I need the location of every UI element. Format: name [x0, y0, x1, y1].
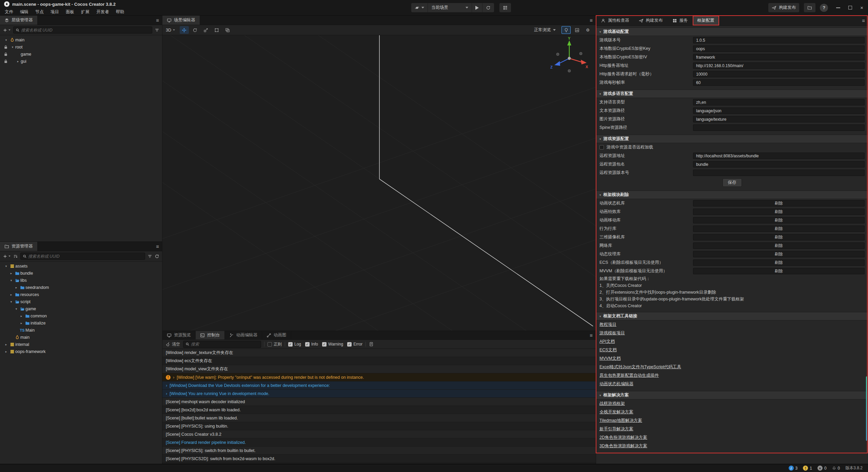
chevron-right-icon[interactable]: ▸ — [3, 350, 9, 353]
tab-console-动画图[interactable]: 动画图 — [262, 331, 291, 339]
move-tool-button[interactable] — [180, 26, 189, 34]
log-row-10[interactable]: [Scene] Cocos Creator v3.8.2 — [162, 430, 596, 438]
chevron-right-icon[interactable]: ▸ — [3, 343, 9, 346]
asset-node-libs[interactable]: ▾libs — [0, 277, 162, 284]
scene-menu-icon[interactable]: ≡ — [590, 16, 593, 25]
remove-module-button[interactable]: 剔除 — [693, 217, 865, 223]
orientation-gizmo[interactable]: Y X Z — [549, 37, 590, 77]
asset-node-oops-framework[interactable]: ▸oops-framework — [0, 348, 162, 355]
chevron-down-icon[interactable]: ▾ — [8, 300, 14, 303]
console-search-input[interactable] — [191, 342, 259, 347]
tab-config-框架配置[interactable]: 框架配置 — [693, 16, 719, 25]
assets-search-input[interactable] — [28, 254, 143, 259]
console-filter-log[interactable]: ✓Log — [288, 342, 301, 347]
asset-node-assets[interactable]: ▾assets — [0, 262, 162, 270]
tab-console-控制台[interactable]: 控制台 — [196, 331, 225, 339]
chevron-right-icon[interactable]: ▸ — [15, 60, 21, 63]
asset-node-resources[interactable]: ▸resources — [0, 291, 162, 298]
menu-item-4[interactable]: 面板 — [62, 8, 78, 16]
console-menu-icon[interactable]: ≡ — [590, 331, 593, 339]
doc-link-2D角色扮演游戏解决方案[interactable]: 2D角色扮演游戏解决方案 — [599, 435, 647, 440]
menu-item-0[interactable]: 文件 — [1, 8, 17, 16]
scale-tool-button[interactable] — [201, 26, 211, 34]
log-row-5[interactable]: ›[Window] You are running Vue in develop… — [162, 390, 596, 398]
field-input-0-4[interactable] — [693, 71, 865, 77]
log-row-6[interactable]: [Scene] meshopt wasm decoder initialized — [162, 398, 596, 406]
section-header-框架文档工具链接[interactable]: ▾框架文档工具链接 — [596, 312, 868, 320]
doc-link-全栈开发解决方案[interactable]: 全栈开发解决方案 — [599, 409, 633, 415]
field-input-0-1[interactable] — [693, 45, 865, 52]
doc-link-原生包热更新配置自动生成插件[interactable]: 原生包热更新配置自动生成插件 — [599, 373, 659, 378]
doc-link-API文档[interactable]: API文档 — [599, 339, 615, 345]
remove-module-button[interactable]: 剔除 — [693, 200, 865, 206]
doc-link-动画状态机编辑器[interactable]: 动画状态机编辑器 — [599, 381, 633, 387]
log-row-13[interactable]: [Scene] [PHYSICS2D]: switch from box2d-w… — [162, 455, 596, 463]
preview-qr-button[interactable] — [499, 3, 511, 13]
status-error-counter[interactable]: ×0 — [817, 466, 827, 471]
doc-link-3D角色扮演游戏解决方案[interactable]: 3D角色扮演游戏解决方案 — [599, 443, 647, 449]
asset-node-internal[interactable]: ▸internal — [0, 341, 162, 348]
expand-chevron-icon[interactable]: › — [166, 391, 167, 396]
asset-node-script[interactable]: ▾script — [0, 298, 162, 305]
status-notification-counter[interactable]: 0 — [832, 466, 840, 471]
tab-console-动画编辑器[interactable]: 动画编辑器 — [225, 331, 262, 339]
close-button[interactable]: × — [860, 5, 863, 11]
preview-device-select[interactable] — [411, 3, 428, 12]
tab-config-属性检查器[interactable]: 属性检查器 — [596, 16, 634, 25]
remove-module-button[interactable]: 剔除 — [693, 225, 865, 232]
hierarchy-node-game[interactable]: game — [0, 51, 162, 58]
log-row-3[interactable]: !›[Window] [Vue warn]: Property "onInput… — [162, 373, 596, 381]
doc-link-游戏模板项目[interactable]: 游戏模板项目 — [599, 330, 625, 336]
menu-item-5[interactable]: 扩展 — [78, 8, 93, 16]
remove-module-button[interactable]: 剔除 — [693, 242, 865, 249]
tab-scene-editor[interactable]: 场景编辑器 — [162, 16, 200, 25]
log-row-9[interactable]: [Scene] [PHYSICS]: using builtin. — [162, 422, 596, 430]
field-input-2-1[interactable] — [693, 161, 865, 168]
status-warning-counter[interactable]: !1 — [803, 466, 812, 471]
field-input-2-0[interactable] — [693, 153, 865, 159]
chevron-down-icon[interactable]: ▾ — [10, 45, 15, 49]
section-header-框架模块剔除[interactable]: ▾框架模块剔除 — [596, 191, 868, 199]
chevron-down-icon[interactable]: ▾ — [3, 38, 9, 42]
checkbox-error[interactable]: ✓ — [347, 342, 352, 347]
save-button[interactable]: 保存 — [723, 178, 742, 187]
console-regex-checkbox[interactable]: 正则 — [268, 341, 282, 347]
chevron-down-icon[interactable]: ▾ — [3, 264, 9, 268]
asset-node-bundle[interactable]: ▸bundle — [0, 270, 162, 277]
restart-button[interactable] — [482, 3, 494, 12]
doc-link-Excel格式转Json文件与TypeScript代码工具[interactable]: Excel格式转Json文件与TypeScript代码工具 — [599, 364, 681, 370]
log-row-12[interactable]: [Scene] [PHYSICS]: switch from builtin t… — [162, 447, 596, 455]
status-info-counter[interactable]: i3 — [789, 466, 798, 471]
assets-refresh-button[interactable] — [155, 254, 159, 259]
field-input-0-5[interactable] — [693, 79, 865, 86]
tab-config-构建发布[interactable]: 构建发布 — [634, 16, 668, 25]
console-clear-button[interactable]: 清空 — [165, 341, 180, 347]
tab-hierarchy[interactable]: 层级管理器 — [0, 16, 38, 25]
field-input-1-0[interactable] — [693, 99, 865, 105]
log-row-11[interactable]: [Scene] Forward render pipeline initiali… — [162, 438, 596, 447]
console-collapse-icon[interactable] — [369, 342, 374, 347]
tab-config-服务[interactable]: 服务 — [668, 16, 693, 25]
build-publish-button[interactable]: 构建发布 — [768, 3, 800, 13]
checkbox-log[interactable]: ✓ — [288, 342, 293, 347]
log-row-7[interactable]: [Scene] [box2d]:box2d wasm lib loaded. — [162, 406, 596, 414]
doc-link-MVVM文档[interactable]: MVVM文档 — [599, 356, 621, 361]
chevron-right-icon[interactable]: ▸ — [19, 321, 24, 325]
menu-item-6[interactable]: 开发者 — [93, 8, 113, 16]
rotate-tool-button[interactable] — [191, 26, 200, 34]
menu-item-7[interactable]: 帮助 — [113, 8, 128, 16]
hierarchy-menu-icon[interactable]: ≡ — [156, 16, 159, 25]
field-input-1-1[interactable] — [693, 107, 865, 114]
field-input-2-2[interactable] — [693, 170, 865, 176]
log-row-0[interactable]: [Window] render_texture文件夹存在 — [162, 349, 596, 357]
hierarchy-node-main[interactable]: ▾main — [0, 36, 162, 43]
remove-module-button[interactable]: 剔除 — [693, 259, 865, 266]
chevron-right-icon[interactable]: ▸ — [8, 272, 14, 275]
doc-link-教程项目[interactable]: 教程项目 — [599, 322, 616, 328]
checkbox-remote-load[interactable] — [599, 145, 604, 150]
assets-sort-button[interactable] — [13, 254, 18, 259]
hierarchy-node-root[interactable]: ▾root — [0, 43, 162, 51]
assets-filter-icon[interactable] — [147, 254, 152, 259]
assets-menu-icon[interactable]: ≡ — [156, 242, 159, 251]
asset-node-initialize[interactable]: ▸initialize — [0, 319, 162, 327]
